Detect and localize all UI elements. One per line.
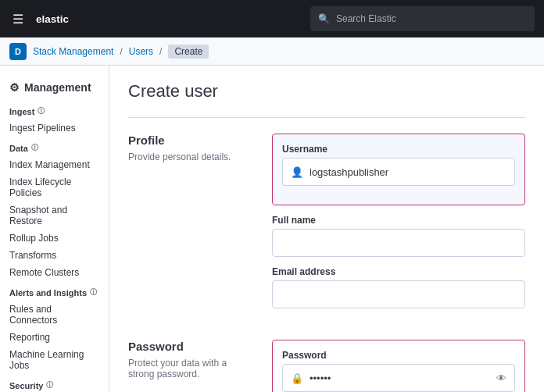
- email-field-group: Email address: [272, 266, 525, 308]
- password-highlighted-box: Password 🔒 👁 Password must be at least 8…: [272, 340, 525, 392]
- breadcrumb-sep-1: /: [120, 46, 122, 57]
- breadcrumb-sep-2: /: [159, 46, 162, 57]
- main-layout: ⚙ Management Ingest ⓘ Ingest Pipelines D…: [0, 66, 544, 392]
- search-placeholder: Search Elastic: [336, 13, 396, 24]
- sidebar-item-ml-jobs[interactable]: Machine Learning Jobs: [0, 346, 109, 374]
- fullname-field-group: Full name: [272, 215, 525, 257]
- password-section: Password Protect your data with a strong…: [128, 340, 525, 392]
- fullname-input[interactable]: [281, 237, 517, 249]
- lock-icon: 🔒: [291, 372, 303, 384]
- sidebar-section-ingest: Ingest ⓘ: [0, 100, 109, 119]
- elastic-logo: elastic: [36, 9, 83, 28]
- username-field-group: Username 👤: [282, 144, 515, 186]
- password-desc: Protect your data with a strong password…: [128, 358, 253, 380]
- profile-section-right: Username 👤 Full name E: [272, 134, 525, 318]
- page-title: Create user: [128, 81, 525, 102]
- breadcrumb-bar: D Stack Management / Users / Create: [0, 37, 544, 66]
- svg-text:elastic: elastic: [36, 13, 70, 25]
- sidebar: ⚙ Management Ingest ⓘ Ingest Pipelines D…: [0, 66, 109, 392]
- password-field-group: Password 🔒 👁 Password must be at least 8…: [282, 350, 515, 392]
- sidebar-item-transforms[interactable]: Transforms: [0, 247, 109, 264]
- username-input-wrapper: 👤: [282, 158, 515, 186]
- password-section-left: Password Protect your data with a strong…: [128, 340, 253, 392]
- info-icon-alerts: ⓘ: [90, 287, 97, 298]
- password-input-wrapper: 🔒 👁: [282, 364, 515, 392]
- password-eye-icon[interactable]: 👁: [496, 372, 506, 384]
- profile-section-left: Profile Provide personal details.: [128, 134, 253, 318]
- password-input[interactable]: [310, 372, 490, 384]
- password-title: Password: [128, 340, 253, 353]
- username-input[interactable]: [310, 166, 506, 178]
- sidebar-title: ⚙ Management: [0, 75, 109, 100]
- divider: [128, 117, 525, 118]
- password-label: Password: [282, 350, 515, 361]
- sidebar-item-ingest-pipelines[interactable]: Ingest Pipelines: [0, 119, 109, 137]
- info-icon-security: ⓘ: [46, 380, 53, 390]
- avatar: D: [9, 43, 27, 60]
- hamburger-button[interactable]: ☰: [9, 9, 27, 30]
- breadcrumb-create: Create: [168, 45, 209, 59]
- info-icon-data: ⓘ: [31, 143, 38, 153]
- search-icon: 🔍: [318, 13, 330, 24]
- username-highlighted-box: Username 👤: [272, 134, 525, 205]
- email-input[interactable]: [281, 289, 517, 301]
- profile-section: Profile Provide personal details. Userna…: [128, 134, 525, 318]
- sidebar-item-reporting[interactable]: Reporting: [0, 329, 109, 346]
- gear-icon: ⚙: [9, 81, 20, 94]
- topbar: ☰ elastic 🔍 Search Elastic: [0, 0, 544, 37]
- username-label: Username: [282, 144, 515, 155]
- sidebar-section-alerts: Alerts and Insights ⓘ: [0, 281, 109, 301]
- info-icon: ⓘ: [38, 106, 45, 116]
- profile-title: Profile: [128, 134, 253, 147]
- email-input-wrapper[interactable]: [272, 280, 525, 308]
- breadcrumb-users[interactable]: Users: [129, 46, 153, 57]
- email-label: Email address: [272, 266, 525, 277]
- sidebar-item-rollup-jobs[interactable]: Rollup Jobs: [0, 230, 109, 247]
- sidebar-section-security: Security ⓘ: [0, 374, 109, 392]
- main-content: Create user Profile Provide personal det…: [109, 66, 544, 392]
- sidebar-item-snapshot-restore[interactable]: Snapshot and Restore: [0, 201, 109, 230]
- password-section-right: Password 🔒 👁 Password must be at least 8…: [272, 340, 525, 392]
- sidebar-item-rules-connectors[interactable]: Rules and Connectors: [0, 301, 109, 329]
- breadcrumb-stack-management[interactable]: Stack Management: [33, 46, 113, 57]
- user-icon: 👤: [291, 166, 303, 178]
- sidebar-section-data: Data ⓘ: [0, 137, 109, 156]
- sidebar-item-index-management[interactable]: Index Management: [0, 156, 109, 173]
- fullname-input-wrapper[interactable]: [272, 229, 525, 257]
- sidebar-item-index-lifecycle[interactable]: Index Lifecycle Policies: [0, 173, 109, 201]
- fullname-label: Full name: [272, 215, 525, 226]
- search-bar[interactable]: 🔍 Search Elastic: [310, 6, 535, 31]
- sidebar-item-remote-clusters[interactable]: Remote Clusters: [0, 264, 109, 281]
- profile-desc: Provide personal details.: [128, 151, 253, 162]
